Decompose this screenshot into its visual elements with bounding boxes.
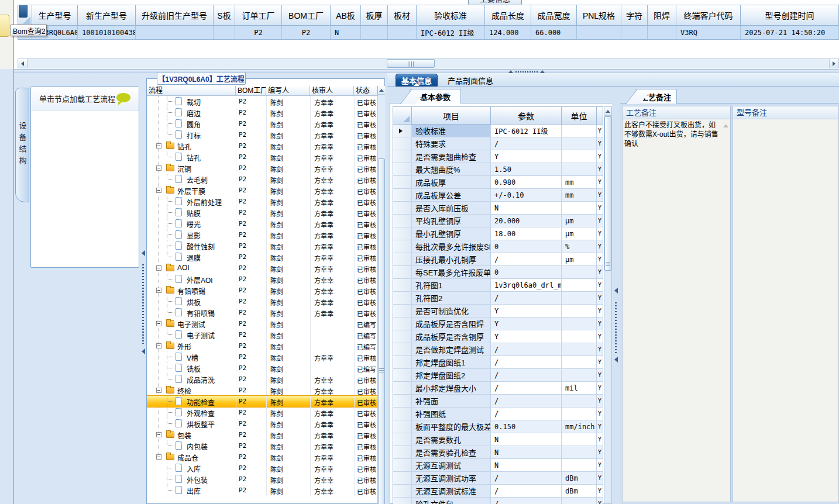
grid-hscrollbar[interactable] bbox=[18, 58, 839, 68]
collapse-left-icon[interactable] bbox=[142, 348, 145, 354]
param-value-cell[interactable]: / bbox=[491, 369, 562, 382]
column-header[interactable]: 字符 bbox=[621, 5, 648, 26]
param-value-cell[interactable]: / bbox=[491, 343, 562, 356]
param-item-cell[interactable]: 最小邦定焊盘大小 bbox=[412, 382, 491, 395]
param-item-cell[interactable]: 平均孔壁铜厚 bbox=[412, 215, 491, 227]
param-row[interactable]: 验孔文件包/Y bbox=[393, 498, 603, 504]
node-label[interactable]: 电子测试 bbox=[177, 319, 205, 329]
grid-cell[interactable] bbox=[648, 26, 676, 39]
tree-leaf-row[interactable]: 曝光P2陈剑方幸幸已审核 bbox=[147, 218, 377, 229]
row-selector-cell[interactable] bbox=[393, 305, 412, 317]
row-selector-cell[interactable] bbox=[393, 446, 412, 459]
tree-leaf-row[interactable]: 外层AOIP2陈剑方幸幸已审核 bbox=[147, 274, 377, 285]
node-label[interactable]: 成品清洗 bbox=[187, 375, 215, 385]
tree-column-header[interactable]: BOM工厂 bbox=[236, 86, 266, 95]
param-row[interactable]: 是否做邦定焊盘测试/Y bbox=[393, 343, 603, 356]
param-row[interactable]: 每批次最多允许报废SET0%Y bbox=[393, 240, 603, 253]
param-item-cell[interactable]: 成品板厚是否含阻焊 bbox=[412, 317, 491, 330]
tree-leaf-row[interactable]: 烘板整平P2陈剑方幸幸已审核 bbox=[147, 418, 377, 429]
param-row[interactable]: 邦定焊盘图纸2/Y bbox=[393, 369, 603, 382]
tree-folder-row[interactable]: 终检P2陈剑方幸幸已审核 bbox=[147, 385, 377, 396]
param-row[interactable]: 无源互调测试标准/dBmY bbox=[393, 485, 603, 498]
row-selector-cell[interactable] bbox=[393, 176, 412, 189]
param-unit-cell[interactable]: µm bbox=[562, 227, 597, 240]
param-value-cell[interactable]: / bbox=[491, 472, 562, 485]
param-value-cell[interactable]: N bbox=[491, 459, 562, 472]
param-unit-cell[interactable]: % bbox=[562, 240, 597, 253]
param-value-cell[interactable]: / bbox=[491, 485, 562, 498]
node-label[interactable]: 外层AOI bbox=[187, 275, 213, 285]
node-label[interactable]: 外观检查 bbox=[187, 408, 215, 418]
param-item-cell[interactable]: 是否可制造优化 bbox=[412, 305, 491, 317]
tab-basic-params[interactable]: 基本参数 bbox=[410, 89, 461, 103]
grid-cell[interactable]: N bbox=[331, 26, 361, 39]
collapse-left-icon[interactable] bbox=[142, 250, 145, 256]
process-remark-header[interactable]: 工艺备注 bbox=[622, 106, 731, 119]
node-label[interactable]: 外包装 bbox=[187, 475, 208, 485]
vsplitter-grip-icon[interactable] bbox=[142, 264, 144, 344]
param-row[interactable]: 验收标准IPC-6012 II级Y bbox=[393, 125, 603, 137]
param-item-cell[interactable]: 每批次最多允许报废SET bbox=[412, 240, 491, 253]
param-row[interactable]: 是否需要验孔检查NY bbox=[393, 446, 603, 459]
grid-cell[interactable]: 10010101004385 bbox=[78, 26, 136, 39]
params-column-header[interactable]: 项目 bbox=[412, 106, 491, 125]
param-row[interactable]: 补强面/Y bbox=[393, 395, 603, 408]
column-header[interactable]: 终端客户代码 bbox=[676, 5, 741, 26]
param-unit-cell[interactable]: dBm bbox=[562, 472, 597, 485]
tree-leaf-row[interactable]: 出库P2陈剑方幸幸已审核 bbox=[147, 485, 377, 496]
tree-folder-row[interactable]: AOIP2陈剑方幸幸已审核 bbox=[147, 263, 377, 274]
column-header[interactable]: 升级前旧生产型号 bbox=[136, 5, 214, 26]
hscroll-thumb[interactable] bbox=[387, 59, 435, 68]
param-unit-cell[interactable] bbox=[562, 408, 597, 420]
tree-column-header[interactable]: 核审人 bbox=[310, 86, 354, 95]
tree-leaf-row[interactable]: 烘板P2陈剑方幸幸已审核 bbox=[147, 296, 377, 307]
row-selector-cell[interactable] bbox=[393, 292, 412, 305]
param-value-cell[interactable]: N bbox=[491, 433, 562, 446]
tab-product-profile[interactable]: 产品剖面信息 bbox=[440, 74, 501, 87]
collapse-icon[interactable] bbox=[156, 343, 161, 348]
row-selector-cell[interactable] bbox=[393, 137, 412, 150]
tree-folder-row[interactable]: 外层干膜P2陈剑方幸幸已审核 bbox=[147, 185, 377, 196]
param-item-cell[interactable]: 补强面 bbox=[412, 395, 491, 408]
tree-folder-row[interactable]: 成品仓P2陈剑方幸幸已审核 bbox=[147, 451, 377, 462]
tree-folder-row[interactable]: 沉铜P2陈剑方幸幸已审核 bbox=[147, 163, 377, 174]
param-row[interactable]: 孔符图11v3rq0l6a0_drl_m...Y bbox=[393, 279, 603, 292]
node-label[interactable]: 烘板整平 bbox=[187, 419, 215, 429]
collapse-icon[interactable] bbox=[156, 188, 161, 193]
collapse-left-icon[interactable] bbox=[614, 288, 618, 294]
param-row[interactable]: 无源互调测试NY bbox=[393, 459, 603, 472]
param-item-cell[interactable]: 成品板厚公差 bbox=[412, 189, 491, 202]
collapsed-side-tab[interactable] bbox=[0, 15, 9, 37]
node-label[interactable]: 退膜 bbox=[187, 253, 201, 263]
row-selector-cell[interactable] bbox=[393, 433, 412, 446]
collapse-icon[interactable] bbox=[156, 143, 161, 149]
collapse-icon[interactable] bbox=[156, 321, 161, 326]
param-row[interactable]: 成品板厚公差+/-0.10mmY bbox=[393, 189, 603, 202]
grid-cell[interactable] bbox=[136, 26, 214, 39]
node-label[interactable]: 外层前处理 bbox=[187, 197, 222, 207]
grid-cell[interactable] bbox=[577, 26, 621, 39]
params-column-header[interactable]: 单位 bbox=[562, 106, 597, 125]
column-header[interactable]: AB板 bbox=[331, 5, 361, 26]
tree-leaf-row[interactable]: 电子测试P2陈剑已编写 bbox=[147, 329, 377, 340]
node-label[interactable]: 钻孔 bbox=[187, 153, 201, 163]
param-value-cell[interactable]: / bbox=[491, 137, 562, 150]
param-unit-cell[interactable] bbox=[562, 395, 597, 408]
param-item-cell[interactable]: 是否需要数孔 bbox=[412, 433, 491, 446]
node-label[interactable]: 打标 bbox=[187, 130, 201, 140]
tree-leaf-row[interactable]: 有铅喷锡P2陈剑方幸幸已审核 bbox=[147, 307, 377, 318]
node-label[interactable]: 钻孔 bbox=[177, 141, 191, 151]
scroll-up-button[interactable] bbox=[604, 107, 611, 116]
node-label[interactable]: 外层干膜 bbox=[177, 186, 205, 196]
param-unit-cell[interactable]: µm bbox=[562, 215, 597, 227]
tree-leaf-row[interactable]: 内包装P2陈剑方幸幸已审核 bbox=[147, 440, 377, 451]
model-grid-row[interactable]: 1V3RQ0L6A010010101004385P2P2NIPC-6012 II… bbox=[18, 26, 839, 40]
param-item-cell[interactable]: 是否入库前压板 bbox=[412, 202, 491, 215]
node-label[interactable]: 内包装 bbox=[187, 441, 208, 451]
param-item-cell[interactable]: 邦定焊盘图纸1 bbox=[412, 356, 491, 369]
param-row[interactable]: 板面平整度的最大极差0.150mm/inchY bbox=[393, 420, 603, 433]
node-label[interactable]: 出库 bbox=[187, 486, 201, 496]
param-item-cell[interactable]: 无源互调测试 bbox=[412, 459, 491, 472]
node-label[interactable]: 铣板 bbox=[187, 364, 201, 374]
node-label[interactable]: 有铅喷锡 bbox=[187, 308, 215, 318]
